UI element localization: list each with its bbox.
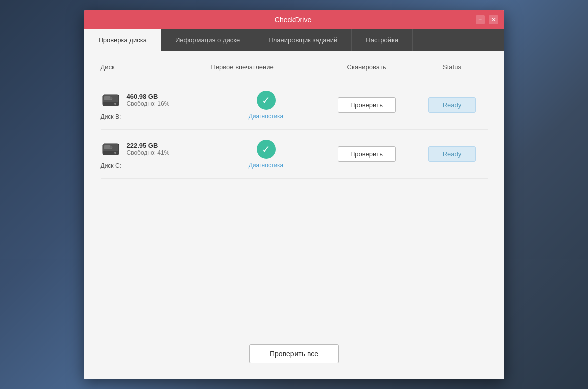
- disk-size-c: 222.95 GB: [127, 142, 170, 149]
- disk-size-b: 460.98 GB: [127, 93, 170, 100]
- tab-disk-info[interactable]: Информация о диске: [161, 29, 254, 51]
- svg-point-4: [109, 97, 112, 100]
- table-row: 460.98 GB Свободно: 16% Диск B: ✓ Диагно…: [101, 81, 488, 130]
- col-first-impression: Первое впечатление: [211, 63, 322, 71]
- svg-rect-1: [103, 102, 119, 106]
- scan-cell-c: Проверить: [322, 146, 412, 162]
- status-cell-c: Ready: [412, 146, 493, 162]
- table-header: Диск Первое впечатление Сканировать Stat…: [101, 63, 488, 77]
- disk-label-c: Диск C:: [101, 162, 211, 169]
- table-row: 222.95 GB Свободно: 41% Диск C: ✓ Диагно…: [101, 130, 488, 179]
- disk-info-c: 222.95 GB Свободно: 41% Диск C:: [101, 139, 211, 169]
- tab-disk-check[interactable]: Проверка диска: [84, 29, 161, 51]
- disk-label-b: Диск B:: [101, 113, 211, 120]
- disk-drive-icon: [101, 139, 121, 159]
- check-ok-icon-c: ✓: [257, 140, 276, 159]
- diagnostic-cell-c: ✓ Диагностика: [211, 140, 322, 169]
- diag-link-b[interactable]: Диагностика: [249, 113, 284, 120]
- status-badge-b: Ready: [428, 97, 476, 113]
- app-title: CheckDrive: [111, 16, 476, 24]
- col-disk: Диск: [101, 63, 211, 71]
- scan-button-c[interactable]: Проверить: [338, 146, 396, 162]
- svg-rect-6: [103, 151, 119, 155]
- close-button[interactable]: ✕: [489, 15, 498, 24]
- status-cell-b: Ready: [412, 97, 493, 113]
- app-window: CheckDrive − ✕ Проверка диска Информация…: [84, 10, 504, 379]
- tab-settings[interactable]: Настройки: [352, 29, 413, 51]
- disk-free-c: Свободно: 41%: [127, 149, 170, 156]
- main-content: Диск Первое впечатление Сканировать Stat…: [84, 51, 504, 332]
- title-bar: CheckDrive − ✕: [84, 10, 504, 29]
- minimize-button[interactable]: −: [476, 15, 485, 24]
- disk-drive-icon: [101, 90, 121, 110]
- tab-bar: Проверка диска Информация о диске Планир…: [84, 29, 504, 51]
- scan-cell-b: Проверить: [322, 97, 412, 113]
- col-scan: Сканировать: [322, 63, 412, 71]
- scan-button-b[interactable]: Проверить: [338, 97, 396, 113]
- svg-point-9: [109, 146, 112, 149]
- col-status: Status: [412, 63, 493, 71]
- check-ok-icon-b: ✓: [257, 91, 276, 110]
- diagnostic-cell-b: ✓ Диагностика: [211, 91, 322, 120]
- disk-free-b: Свободно: 16%: [127, 100, 170, 107]
- diag-link-c[interactable]: Диагностика: [249, 162, 284, 169]
- footer: Проверить все: [84, 332, 504, 379]
- tab-scheduler[interactable]: Планировщик заданий: [254, 29, 352, 51]
- svg-point-2: [114, 103, 116, 105]
- status-badge-c: Ready: [428, 146, 476, 162]
- svg-point-7: [114, 152, 116, 154]
- check-all-button[interactable]: Проверить все: [249, 344, 339, 363]
- window-controls: − ✕: [476, 15, 498, 24]
- disk-info-b: 460.98 GB Свободно: 16% Диск B:: [101, 90, 211, 120]
